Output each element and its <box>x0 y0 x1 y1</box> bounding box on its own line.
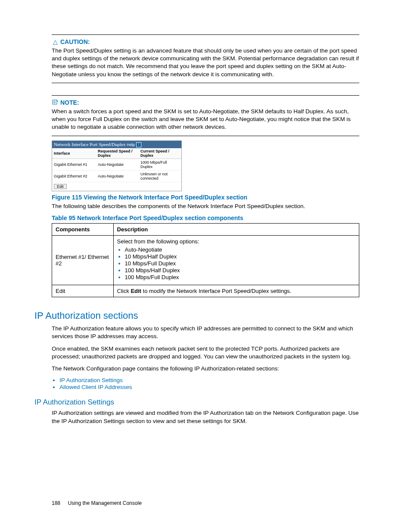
list-item: 10 Mbps/Half Duplex <box>125 253 355 260</box>
table-cell-component: Edit <box>52 285 114 297</box>
paragraph: Once enabled, the SKM examines each netw… <box>52 345 359 361</box>
page-number: 188 <box>52 500 60 506</box>
table-cell-description: Click Edit to modify the Network Interfa… <box>113 285 359 297</box>
list-item: 10 Mbps/Full Duplex <box>125 260 355 267</box>
divider <box>52 95 359 96</box>
list-item: 100 Mbps/Full Duplex <box>125 274 355 280</box>
note-text: When a switch forces a port speed and th… <box>52 108 359 131</box>
components-table: Components Description Ethernet #1/ Ethe… <box>52 223 359 297</box>
paragraph: The IP Authorization feature allows you … <box>52 325 359 340</box>
screenshot-titlebar: Network Interface Port Speed/Duplex Help… <box>52 141 181 148</box>
screenshot-table: Interface Requested Speed / Duplex Curre… <box>52 148 181 182</box>
footer-title: Using the Management Console <box>68 500 141 506</box>
screenshot-title: Network Interface Port Speed/Duplex <box>54 142 125 147</box>
figure-caption: Figure 115 Viewing the Network Interface… <box>52 194 359 201</box>
screenshot-panel: Network Interface Port Speed/Duplex Help… <box>52 140 182 191</box>
screenshot-col-current: Current Speed / Duplex <box>139 148 181 159</box>
note-icon <box>52 99 59 106</box>
table-cell-description: Select from the following options: Auto-… <box>113 236 359 285</box>
list-item: Auto-Negotiate <box>125 246 355 253</box>
table-row: Gigabit Ethernet #1 Auto-Negotiate 1000 … <box>52 159 181 171</box>
screenshot-col-interface: Interface <box>52 148 96 159</box>
page-footer: 188 Using the Management Console <box>52 500 142 506</box>
screenshot-col-requested: Requested Speed / Duplex <box>96 148 139 159</box>
table-row: Edit Click Edit to modify the Network In… <box>52 285 359 297</box>
help-icon[interactable]: ? <box>136 142 141 147</box>
caution-heading: △CAUTION: <box>52 38 359 45</box>
section-heading-ip-auth: IP Authorization sections <box>34 310 359 321</box>
caution-text: The Port Speed/Duplex setting is an adva… <box>52 47 359 78</box>
divider <box>52 136 359 136</box>
edit-button[interactable]: Edit <box>54 184 67 189</box>
paragraph: IP Authorization settings are viewed and… <box>52 409 359 425</box>
link-allowed-client-ip[interactable]: Allowed Client IP Addresses <box>59 384 359 390</box>
table-header-components: Components <box>52 224 114 236</box>
table-cell-component: Ethernet #1/ Ethernet #2 <box>52 236 114 285</box>
list-item: 100 Mbps/Half Duplex <box>125 267 355 274</box>
link-ip-auth-settings[interactable]: IP Authorization Settings <box>59 377 359 383</box>
paragraph: The Network Configuration page contains … <box>52 365 359 373</box>
screenshot-help-label[interactable]: Help <box>127 143 135 147</box>
note-heading: NOTE: <box>52 99 359 106</box>
table-caption: Table 95 Network Interface Port Speed/Du… <box>52 215 359 221</box>
divider <box>52 34 359 35</box>
caution-icon: △ <box>52 38 59 45</box>
caution-label: CAUTION: <box>60 38 90 45</box>
table-row: Gigabit Ethernet #2 Auto-Negotiate Unkno… <box>52 171 181 182</box>
table-header-description: Description <box>113 224 359 236</box>
note-label: NOTE: <box>60 99 79 106</box>
figure-body: The following table describes the compon… <box>52 202 359 210</box>
subsection-heading-ip-auth-settings: IP Authorization Settings <box>34 398 359 407</box>
divider <box>52 83 359 83</box>
table-row: Ethernet #1/ Ethernet #2 Select from the… <box>52 236 359 285</box>
